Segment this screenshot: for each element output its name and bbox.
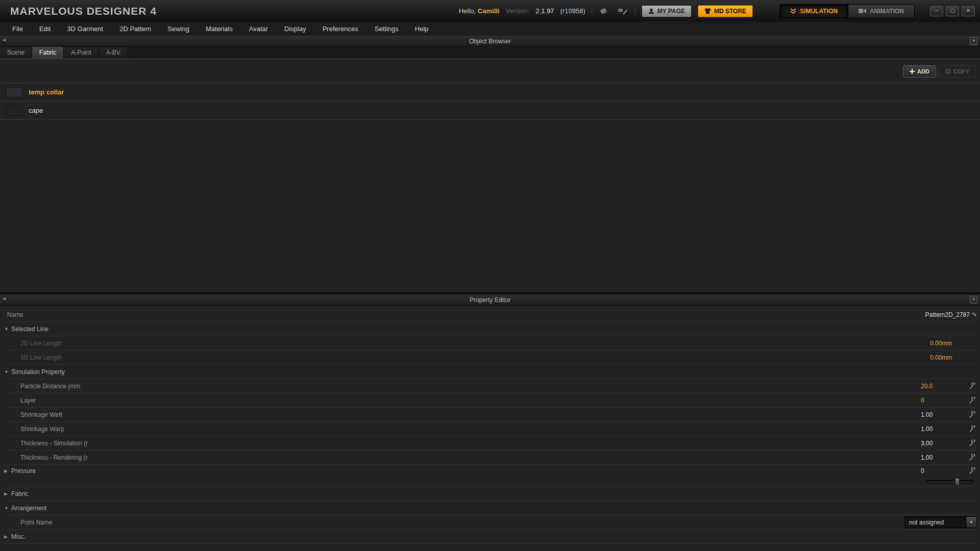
menu-help[interactable]: Help: [408, 23, 436, 35]
section-arrangement[interactable]: ▼ Arrangement: [4, 501, 977, 515]
property-value[interactable]: 1.00: [921, 425, 968, 433]
window-controls: ─ ▢ ✕: [930, 6, 975, 16]
revision: (r10958): [560, 7, 585, 15]
property-label: Layer: [20, 397, 921, 404]
property-value: 0.00mm: [930, 354, 977, 361]
property-row-pressure[interactable]: ▶ Pressure 0: [4, 465, 977, 477]
section-selected-line[interactable]: ▼ Selected Line: [4, 322, 977, 336]
my-page-button[interactable]: MY PAGE: [642, 5, 692, 17]
close-icon[interactable]: ✕: [970, 296, 977, 304]
property-row-thickness-simulation: Thickness - Simulation (r 3.00: [7, 436, 977, 450]
title-bar: MARVELOUS DESIGNER 4 Hello, Camilli Vers…: [0, 0, 980, 22]
property-value[interactable]: 20.0: [921, 383, 968, 390]
menu-preferences[interactable]: Preferences: [315, 23, 365, 35]
add-button[interactable]: ADD: [903, 65, 936, 78]
feedback-icon[interactable]: [617, 7, 629, 16]
section-simulation-property[interactable]: ▼ Simulation Property: [4, 365, 977, 379]
tab-animation[interactable]: ANIMATION: [848, 5, 914, 18]
property-row-point-name: Point Name not assigned ▼: [7, 515, 977, 530]
md-store-button[interactable]: MD STORE: [698, 5, 753, 17]
menu-display[interactable]: Display: [277, 23, 313, 35]
caret-right-icon: ▶: [4, 468, 11, 473]
username: Camilli: [478, 7, 500, 15]
property-label: 2D Line Length: [20, 340, 930, 347]
property-row-name: Name Pattern2D_2787 ✎: [7, 308, 977, 322]
fabric-swatch: [6, 106, 22, 116]
property-value[interactable]: 1.00: [921, 411, 968, 418]
property-editor-panel: ➔ Property Editor ✕ Name Pattern2D_2787 …: [0, 294, 980, 551]
property-row-3d-line-length: 3D Line Length 0.00mm: [7, 350, 977, 365]
tab-fabric[interactable]: Fabric: [32, 47, 64, 59]
menu-bar: File Edit 3D Garment 2D Pattern Sewing M…: [0, 22, 980, 36]
minimize-button[interactable]: ─: [930, 6, 943, 16]
wrench-icon[interactable]: [969, 440, 977, 447]
tshirt-icon: [704, 8, 711, 14]
section-fabric[interactable]: ▶ Fabric: [4, 487, 977, 501]
double-chevron-down-icon: [790, 8, 796, 14]
property-value: 0.00mm: [930, 340, 977, 347]
mode-tabs: SIMULATION ANIMATION: [779, 4, 915, 18]
menu-avatar[interactable]: Avatar: [242, 23, 275, 35]
copy-button[interactable]: COPY: [939, 65, 976, 78]
menu-sewing[interactable]: Sewing: [160, 23, 197, 35]
application-window: MARVELOUS DESIGNER 4 Hello, Camilli Vers…: [0, 0, 980, 551]
caret-down-icon: ▼: [4, 327, 11, 332]
pattern-name-value[interactable]: Pattern2D_2787: [925, 311, 970, 318]
divider: [635, 6, 635, 16]
person-icon: [648, 8, 654, 14]
wrench-icon[interactable]: [969, 425, 977, 433]
section-misc[interactable]: ▶ Misc.: [4, 530, 977, 544]
property-editor-title: Property Editor: [470, 296, 510, 304]
wrench-icon[interactable]: [969, 454, 977, 461]
fabric-item-temp-collar[interactable]: temp collar: [0, 83, 980, 102]
collapse-arrow-icon[interactable]: ➔: [2, 296, 6, 302]
property-row-shrinkage-warp: Shrinkage Warp 1.00: [7, 422, 977, 436]
maximize-button[interactable]: ▢: [946, 6, 959, 16]
fabric-item-cape[interactable]: cape: [0, 102, 980, 120]
wrench-icon[interactable]: [969, 467, 977, 474]
menu-file[interactable]: File: [5, 23, 30, 35]
caret-right-icon: ▶: [4, 534, 11, 539]
tab-a-point[interactable]: A-Point: [64, 47, 99, 59]
slider-thumb[interactable]: [955, 478, 960, 486]
menu-2d-pattern[interactable]: 2D Pattern: [112, 23, 158, 35]
menu-edit[interactable]: Edit: [32, 23, 58, 35]
caret-down-icon: ▼: [4, 369, 11, 374]
close-button[interactable]: ✕: [962, 6, 975, 16]
menu-materials[interactable]: Materials: [199, 23, 240, 35]
property-label: Thickness - Simulation (r: [20, 440, 921, 447]
tab-simulation[interactable]: SIMULATION: [780, 5, 848, 18]
copy-icon: [945, 69, 951, 74]
plus-icon: [910, 69, 915, 74]
property-row-2d-line-length: 2D Line Length 0.00mm: [7, 336, 977, 350]
announcement-icon[interactable]: [598, 7, 610, 16]
tab-scene[interactable]: Scene: [0, 47, 32, 59]
collapse-arrow-icon[interactable]: ➔: [2, 37, 6, 43]
close-icon[interactable]: ✕: [970, 37, 977, 45]
property-label: Name: [7, 311, 925, 318]
property-label: 3D Line Length: [20, 354, 930, 361]
menu-settings[interactable]: Settings: [368, 23, 406, 35]
object-browser-tabs: Scene Fabric A-Point A-BV: [0, 47, 980, 59]
pressure-slider-row: [7, 477, 974, 487]
property-value[interactable]: 3.00: [921, 440, 968, 447]
property-row-thickness-rendering: Thickness - Rendering (r 1.00: [7, 450, 977, 465]
point-name-dropdown[interactable]: not assigned ▼: [904, 516, 977, 528]
property-row-particle-distance: Particle Distance (mm 20.0: [7, 379, 977, 393]
wrench-icon[interactable]: [969, 411, 977, 418]
fabric-name: cape: [29, 107, 43, 114]
property-value[interactable]: 0: [921, 397, 968, 404]
fabric-name: temp collar: [29, 88, 64, 96]
edit-pencil-icon[interactable]: ✎: [972, 311, 977, 318]
version-value: 2.1.97: [535, 7, 554, 15]
divider: [592, 6, 592, 16]
greeting: Hello, Camilli: [459, 7, 500, 15]
wrench-icon[interactable]: [969, 397, 977, 404]
object-browser-panel: ➔ Object Browser ✕ Scene Fabric A-Point …: [0, 36, 980, 294]
property-value[interactable]: 0: [921, 467, 968, 474]
property-value[interactable]: 1.00: [921, 454, 968, 461]
tab-a-bv[interactable]: A-BV: [99, 47, 128, 59]
pressure-slider[interactable]: [926, 480, 974, 483]
wrench-icon[interactable]: [969, 383, 977, 390]
menu-3d-garment[interactable]: 3D Garment: [60, 23, 110, 35]
